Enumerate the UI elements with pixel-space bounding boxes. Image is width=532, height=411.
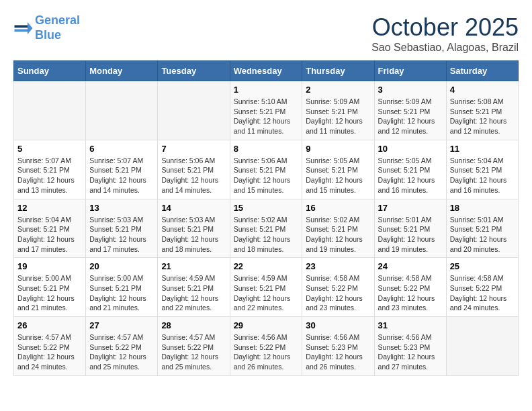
day-info: Sunrise: 4:59 AM Sunset: 5:21 PM Dayligh… [161, 273, 226, 313]
day-info: Sunrise: 4:56 AM Sunset: 5:22 PM Dayligh… [234, 332, 299, 372]
weekday-header-row: SundayMondayTuesdayWednesdayThursdayFrid… [14, 61, 519, 81]
week-row-4: 19Sunrise: 5:00 AM Sunset: 5:21 PM Dayli… [14, 258, 519, 317]
day-number: 30 [306, 320, 370, 330]
weekday-header-tuesday: Tuesday [158, 61, 230, 81]
day-info: Sunrise: 5:01 AM Sunset: 5:21 PM Dayligh… [378, 215, 443, 255]
day-info: Sunrise: 5:08 AM Sunset: 5:21 PM Dayligh… [450, 97, 515, 136]
week-row-5: 26Sunrise: 4:57 AM Sunset: 5:22 PM Dayli… [14, 317, 519, 376]
calendar-cell: 21Sunrise: 4:59 AM Sunset: 5:21 PM Dayli… [158, 258, 230, 317]
calendar-cell: 15Sunrise: 5:02 AM Sunset: 5:21 PM Dayli… [230, 199, 302, 258]
day-number: 3 [378, 85, 443, 95]
day-info: Sunrise: 5:05 AM Sunset: 5:21 PM Dayligh… [378, 156, 443, 195]
day-number: 16 [306, 203, 370, 213]
day-number: 2 [306, 85, 370, 95]
day-info: Sunrise: 5:04 AM Sunset: 5:21 PM Dayligh… [450, 156, 515, 195]
day-number: 27 [89, 320, 154, 330]
day-number: 23 [306, 261, 370, 271]
weekday-header-wednesday: Wednesday [230, 61, 302, 81]
calendar-cell: 10Sunrise: 5:05 AM Sunset: 5:21 PM Dayli… [374, 140, 446, 199]
day-info: Sunrise: 4:57 AM Sunset: 5:22 PM Dayligh… [89, 332, 154, 372]
calendar-cell: 14Sunrise: 5:03 AM Sunset: 5:21 PM Dayli… [158, 199, 230, 258]
day-info: Sunrise: 4:57 AM Sunset: 5:22 PM Dayligh… [161, 332, 226, 372]
day-info: Sunrise: 5:07 AM Sunset: 5:21 PM Dayligh… [17, 156, 82, 195]
logo-icon [13, 18, 34, 38]
day-info: Sunrise: 5:02 AM Sunset: 5:21 PM Dayligh… [306, 215, 370, 255]
title-area: October 2025 Sao Sebastiao, Alagoas, Bra… [371, 13, 519, 54]
calendar-cell: 12Sunrise: 5:04 AM Sunset: 5:21 PM Dayli… [14, 199, 86, 258]
calendar-cell: 13Sunrise: 5:03 AM Sunset: 5:21 PM Dayli… [86, 199, 158, 258]
calendar-cell: 7Sunrise: 5:06 AM Sunset: 5:21 PM Daylig… [158, 140, 230, 199]
day-number: 26 [17, 320, 82, 330]
calendar-cell: 9Sunrise: 5:05 AM Sunset: 5:21 PM Daylig… [302, 140, 374, 199]
calendar-cell [446, 317, 518, 376]
day-number: 15 [234, 203, 299, 213]
calendar-cell: 26Sunrise: 4:57 AM Sunset: 5:22 PM Dayli… [14, 317, 86, 376]
month-title: October 2025 [371, 13, 519, 42]
calendar-cell: 27Sunrise: 4:57 AM Sunset: 5:22 PM Dayli… [86, 317, 158, 376]
weekday-header-friday: Friday [374, 61, 446, 81]
day-number: 24 [378, 261, 443, 271]
day-info: Sunrise: 5:07 AM Sunset: 5:21 PM Dayligh… [89, 156, 154, 195]
page-header: General Blue October 2025 Sao Sebastiao,… [13, 13, 519, 54]
calendar-cell: 20Sunrise: 5:00 AM Sunset: 5:21 PM Dayli… [86, 258, 158, 317]
day-number: 8 [234, 144, 299, 154]
day-number: 5 [17, 144, 82, 154]
day-info: Sunrise: 5:04 AM Sunset: 5:21 PM Dayligh… [17, 215, 82, 255]
calendar-cell: 1Sunrise: 5:10 AM Sunset: 5:21 PM Daylig… [230, 81, 302, 140]
day-info: Sunrise: 5:03 AM Sunset: 5:21 PM Dayligh… [161, 215, 226, 255]
day-number: 14 [161, 203, 226, 213]
day-info: Sunrise: 5:06 AM Sunset: 5:21 PM Dayligh… [161, 156, 226, 195]
logo: General Blue [13, 13, 80, 42]
week-row-3: 12Sunrise: 5:04 AM Sunset: 5:21 PM Dayli… [14, 199, 519, 258]
calendar-cell: 24Sunrise: 4:58 AM Sunset: 5:22 PM Dayli… [374, 258, 446, 317]
calendar-cell: 23Sunrise: 4:58 AM Sunset: 5:22 PM Dayli… [302, 258, 374, 317]
week-row-1: 1Sunrise: 5:10 AM Sunset: 5:21 PM Daylig… [14, 81, 519, 140]
calendar-cell: 8Sunrise: 5:06 AM Sunset: 5:21 PM Daylig… [230, 140, 302, 199]
day-info: Sunrise: 4:58 AM Sunset: 5:22 PM Dayligh… [306, 273, 370, 313]
weekday-header-saturday: Saturday [446, 61, 518, 81]
day-number: 13 [89, 203, 154, 213]
day-number: 19 [17, 261, 82, 271]
calendar-cell: 18Sunrise: 5:01 AM Sunset: 5:21 PM Dayli… [446, 199, 518, 258]
day-info: Sunrise: 5:06 AM Sunset: 5:21 PM Dayligh… [234, 156, 299, 195]
day-info: Sunrise: 5:03 AM Sunset: 5:21 PM Dayligh… [89, 215, 154, 255]
calendar-cell [158, 81, 230, 140]
calendar-cell: 2Sunrise: 5:09 AM Sunset: 5:21 PM Daylig… [302, 81, 374, 140]
day-number: 12 [17, 203, 82, 213]
day-number: 18 [450, 203, 515, 213]
weekday-header-monday: Monday [86, 61, 158, 81]
day-number: 29 [234, 320, 299, 330]
day-info: Sunrise: 4:56 AM Sunset: 5:23 PM Dayligh… [378, 332, 443, 372]
calendar-cell: 4Sunrise: 5:08 AM Sunset: 5:21 PM Daylig… [446, 81, 518, 140]
location-subtitle: Sao Sebastiao, Alagoas, Brazil [371, 42, 519, 54]
calendar-cell: 17Sunrise: 5:01 AM Sunset: 5:21 PM Dayli… [374, 199, 446, 258]
day-info: Sunrise: 5:00 AM Sunset: 5:21 PM Dayligh… [17, 273, 82, 313]
day-info: Sunrise: 4:59 AM Sunset: 5:21 PM Dayligh… [234, 273, 299, 313]
weekday-header-sunday: Sunday [14, 61, 86, 81]
day-number: 6 [89, 144, 154, 154]
day-number: 25 [450, 261, 515, 271]
svg-rect-3 [15, 29, 28, 32]
day-info: Sunrise: 5:01 AM Sunset: 5:21 PM Dayligh… [450, 215, 515, 255]
day-info: Sunrise: 4:58 AM Sunset: 5:22 PM Dayligh… [450, 273, 515, 313]
day-number: 17 [378, 203, 443, 213]
week-row-2: 5Sunrise: 5:07 AM Sunset: 5:21 PM Daylig… [14, 140, 519, 199]
day-info: Sunrise: 4:56 AM Sunset: 5:23 PM Dayligh… [306, 332, 370, 372]
calendar-table: SundayMondayTuesdayWednesdayThursdayFrid… [13, 60, 519, 376]
logo-text: General Blue [35, 13, 80, 42]
day-info: Sunrise: 4:57 AM Sunset: 5:22 PM Dayligh… [17, 332, 82, 372]
day-number: 10 [378, 144, 443, 154]
day-number: 21 [161, 261, 226, 271]
calendar-cell: 31Sunrise: 4:56 AM Sunset: 5:23 PM Dayli… [374, 317, 446, 376]
day-number: 20 [89, 261, 154, 271]
day-number: 28 [161, 320, 226, 330]
calendar-cell: 22Sunrise: 4:59 AM Sunset: 5:21 PM Dayli… [230, 258, 302, 317]
day-number: 31 [378, 320, 443, 330]
calendar-cell: 11Sunrise: 5:04 AM Sunset: 5:21 PM Dayli… [446, 140, 518, 199]
calendar-cell: 30Sunrise: 4:56 AM Sunset: 5:23 PM Dayli… [302, 317, 374, 376]
day-number: 7 [161, 144, 226, 154]
day-info: Sunrise: 5:09 AM Sunset: 5:21 PM Dayligh… [306, 97, 370, 136]
day-info: Sunrise: 5:10 AM Sunset: 5:21 PM Dayligh… [234, 97, 299, 136]
day-number: 4 [450, 85, 515, 95]
calendar-cell: 5Sunrise: 5:07 AM Sunset: 5:21 PM Daylig… [14, 140, 86, 199]
